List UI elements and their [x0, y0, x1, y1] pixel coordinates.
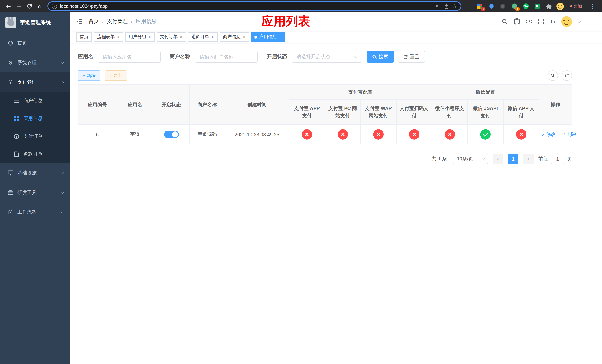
sidebar-item-payment[interactable]: ¥ 支付管理 [0, 72, 70, 92]
sidebar-item-refund-orders[interactable]: 退款订单 [0, 145, 70, 163]
address-bar[interactable]: i localhost:1024/pay/app ☆ [47, 1, 461, 11]
search-icon[interactable] [502, 19, 508, 24]
font-size-icon[interactable]: TT [550, 19, 555, 24]
fullscreen-icon[interactable] [538, 19, 544, 24]
search-button[interactable]: 搜索 [366, 51, 394, 63]
avatar-caret-icon[interactable] [577, 19, 581, 23]
grid-icon [13, 116, 19, 121]
col-alipay-qr: 支付宝扫码支付 [396, 99, 432, 125]
merchant-name-input[interactable] [195, 51, 258, 63]
cell-created: 2021-10-23 08:49:25 [225, 125, 289, 144]
table-row: 6 芋道 芋道源码 2021-10-23 08:49:25 [78, 125, 572, 144]
tab-process-form[interactable]: 流程表单× [94, 32, 123, 42]
breadcrumb-home[interactable]: 首页 [88, 18, 99, 25]
extension-dark-circle-icon[interactable] [499, 2, 506, 10]
extension-drop-icon[interactable] [488, 2, 495, 10]
close-icon[interactable]: × [211, 35, 214, 39]
github-icon[interactable] [514, 18, 520, 25]
toggle-search-button[interactable] [548, 70, 558, 81]
collapse-sidebar-button[interactable] [76, 19, 83, 24]
sidebar-item-home[interactable]: 首页 [0, 33, 70, 53]
sidebar-item-pay-orders[interactable]: 支付订单 [0, 127, 70, 145]
toolbar-right-actions [548, 70, 572, 81]
user-avatar[interactable] [561, 16, 572, 27]
close-icon[interactable]: × [117, 35, 120, 39]
page-1-button[interactable]: 1 [508, 154, 518, 164]
password-key-icon[interactable] [436, 3, 441, 9]
app-name-input[interactable] [98, 51, 161, 63]
tab-merchant-info[interactable]: 商户信息× [220, 32, 249, 42]
app-logo[interactable]: 芋道管理系统 [0, 12, 70, 33]
wx-jsapi-status-icon [480, 129, 491, 139]
col-actions: 操作 [539, 85, 572, 125]
page-size-select[interactable]: 10条/页 [453, 154, 488, 164]
browser-back-button[interactable]: ← [4, 1, 13, 11]
tab-app-info[interactable]: 应用信息× [251, 32, 285, 42]
pagination: 共 1 条 10条/页 ‹ 1 › 前往 页 [78, 154, 572, 164]
extension-green-square-icon[interactable] [534, 2, 541, 10]
col-alipay-pc: 支付宝 PC 网站支付 [325, 99, 360, 125]
monitor-icon [7, 170, 13, 175]
status-select[interactable]: 请选择开启状态 [292, 51, 362, 63]
browser-menu-button[interactable]: ⋮ [589, 3, 597, 9]
col-alipay-wap: 支付宝 WAP 网站支付 [360, 99, 396, 125]
page-title: 应用列表 [261, 13, 310, 30]
sidebar-item-dev-tools[interactable]: 研发工具 [0, 182, 70, 202]
col-wx-app: 微信 APP 支付 [503, 99, 539, 125]
browser-home-button[interactable]: ⌂ [35, 1, 44, 11]
cell-app-name: 芋道 [117, 125, 153, 144]
tab-user-group[interactable]: 用户分组× [125, 32, 155, 42]
extension-wechat-icon[interactable] [522, 2, 529, 10]
toolbox-icon [7, 190, 13, 195]
col-created: 创建时间 [225, 85, 289, 125]
extension-colorful-grid-icon[interactable]: 10 [476, 2, 484, 10]
refresh-table-button[interactable] [562, 70, 572, 81]
update-dot-icon [570, 5, 572, 7]
tab-home[interactable]: 首页 [76, 32, 92, 42]
enabled-switch[interactable] [164, 131, 179, 138]
add-button[interactable]: + 新增 [78, 70, 100, 81]
cell-status [153, 125, 189, 144]
back-icon: ← [6, 3, 11, 10]
chrome-update-button[interactable]: 更新 [568, 2, 585, 10]
close-icon[interactable]: × [243, 35, 246, 39]
sidebar-item-workflow[interactable]: 工作流程 [0, 202, 70, 222]
extension-profile-icon[interactable]: 1 [511, 2, 518, 10]
extensions-puzzle-icon[interactable] [545, 2, 552, 10]
prev-page-button[interactable]: ‹ [493, 154, 503, 164]
tab-refund-orders[interactable]: 退款订单× [188, 32, 218, 42]
browser-forward-button[interactable]: → [14, 1, 24, 11]
next-page-button[interactable]: › [523, 154, 534, 164]
sidebar-item-infra[interactable]: 基础设施 [0, 163, 70, 182]
sidebar-item-system[interactable]: ⚙ 系统管理 [0, 53, 70, 72]
refresh-icon [565, 73, 569, 78]
app-name-label: 应用名 [78, 53, 93, 60]
pencil-icon [540, 132, 545, 137]
export-button[interactable]: ↓ 导出 [105, 70, 127, 81]
browser-reload-button[interactable] [24, 1, 34, 11]
share-icon[interactable] [444, 3, 449, 9]
bookmark-star-icon[interactable]: ☆ [452, 3, 457, 9]
tab-pay-orders[interactable]: 支付订单× [157, 32, 186, 42]
chevron-down-icon [482, 156, 485, 160]
alipay-qr-status-icon [409, 129, 419, 139]
delete-button[interactable]: 删除 [561, 131, 576, 138]
sidebar-item-app-info[interactable]: 应用信息 [0, 110, 70, 127]
breadcrumb-payment[interactable]: 支付管理 [107, 18, 128, 25]
goto-page-input[interactable] [551, 154, 564, 164]
col-app-id: 应用编号 [78, 85, 117, 125]
sidebar-item-merchant-info[interactable]: 商户信息 [0, 92, 70, 110]
active-dot-icon [254, 35, 257, 38]
profile-badge: 1 [515, 7, 520, 11]
url-text: localhost:1024/pay/app [60, 3, 108, 9]
help-icon[interactable]: ? [526, 19, 532, 24]
edit-button[interactable]: 修改 [540, 131, 556, 138]
site-info-icon[interactable]: i [52, 3, 57, 9]
close-icon[interactable]: × [180, 35, 183, 39]
col-status: 开启状态 [153, 85, 189, 125]
avatar-emoji [561, 16, 572, 27]
reset-button[interactable]: 重置 [398, 51, 425, 63]
browser-profile-avatar[interactable] [557, 2, 564, 10]
close-icon[interactable]: × [148, 35, 151, 39]
close-icon[interactable]: × [279, 35, 282, 39]
